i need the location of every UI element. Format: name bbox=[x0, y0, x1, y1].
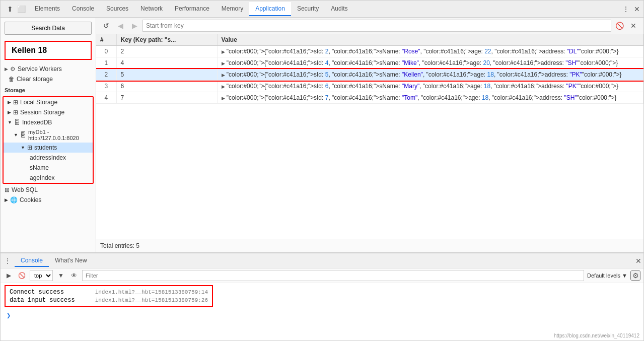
close-console-icon[interactable]: ✕ bbox=[635, 257, 641, 265]
expand-arrow-icon[interactable]: ▶ bbox=[222, 73, 225, 78]
row-num: 2 bbox=[96, 69, 116, 81]
students-label: students bbox=[34, 144, 57, 151]
tab-sources[interactable]: Sources bbox=[100, 2, 134, 16]
row-key: 6 bbox=[116, 81, 217, 92]
table-row[interactable]: 1 4 ▶ "color:#000;">{"color:#c41a16;">sI… bbox=[96, 57, 643, 69]
console-log-line-2: data input success index1.html?__hbt=158… bbox=[10, 296, 208, 304]
chevron-right-icon: ▶ bbox=[5, 66, 8, 72]
indexeddb-label: IndexedDB bbox=[22, 119, 52, 126]
table-row[interactable]: 3 6 ▶ "color:#000;">{"color:#c41a16;">sI… bbox=[96, 81, 643, 92]
back-button[interactable]: ◀ bbox=[114, 20, 126, 32]
expand-arrow-icon[interactable]: ▶ bbox=[222, 96, 225, 101]
table-row[interactable]: 2 5 ▶ "color:#000;">{"color:#c41a16;">sI… bbox=[96, 69, 643, 81]
row-key: 4 bbox=[116, 57, 217, 69]
sidebar-item-service-workers[interactable]: ▶ ⚙ Service Workers bbox=[1, 64, 96, 74]
tab-audits[interactable]: Audits bbox=[325, 2, 353, 16]
row-num: 1 bbox=[96, 57, 116, 69]
console-more-icon[interactable]: ⋮ bbox=[3, 256, 13, 266]
expand-arrow-icon[interactable]: ▶ bbox=[222, 84, 225, 89]
sidebar-item-mydb[interactable]: ▼ 🗄 myDb1 - http://127.0.0.1:8020 bbox=[4, 127, 93, 143]
row-key: 2 bbox=[116, 46, 217, 57]
table-row[interactable]: 0 2 ▶ "color:#000;">{"color:#c41a16;">sI… bbox=[96, 46, 643, 57]
cursor-icon[interactable]: ⬆ bbox=[6, 5, 15, 14]
gear-icon: ⚙ bbox=[10, 65, 16, 73]
tab-application[interactable]: Application bbox=[249, 2, 291, 16]
log-source-1: index1.html?__hbt=1581513380759:14 bbox=[95, 289, 208, 295]
cookies-label: Cookies bbox=[20, 196, 41, 203]
row-value: ▶ "color:#000;">{"color:#c41a16;">sId: 6… bbox=[217, 81, 643, 92]
refresh-button[interactable]: ↺ bbox=[100, 20, 112, 32]
sidebar-item-cookies[interactable]: ▶ 🌐 Cookies bbox=[1, 195, 96, 205]
sidebar-item-clear-storage[interactable]: 🗑 Clear storage bbox=[1, 74, 96, 84]
clear-button[interactable]: ✕ bbox=[627, 20, 639, 32]
mydb-label: myDb1 - http://127.0.0.1:8020 bbox=[28, 129, 91, 141]
expand-arrow-icon[interactable]: ▶ bbox=[222, 49, 225, 54]
console-tab-whats-new[interactable]: What's New bbox=[49, 255, 93, 267]
log-source-2: index1.html?__hbt=1581513380759:26 bbox=[95, 297, 208, 303]
tab-elements[interactable]: Elements bbox=[29, 2, 66, 16]
table-icon: ⊞ bbox=[27, 144, 32, 151]
console-prompt-line: ❯ bbox=[5, 309, 639, 320]
console-filter-input[interactable] bbox=[82, 270, 584, 281]
tab-performance[interactable]: Performance bbox=[169, 2, 216, 16]
row-value: ▶ "color:#000;">{"color:#c41a16;">sId: 5… bbox=[217, 69, 643, 81]
no-icon-button[interactable]: 🚫 bbox=[613, 20, 625, 32]
kellen-result-box: Kellen 18 bbox=[5, 41, 92, 60]
chevron-right-icon: ▶ bbox=[8, 100, 11, 105]
dropdown-arrow-icon[interactable]: ▼ bbox=[56, 270, 66, 281]
sidebar-item-local-storage[interactable]: ▶ ⊞ Local Storage bbox=[4, 97, 93, 107]
row-num: 0 bbox=[96, 46, 116, 57]
sidebar: Search Data Kellen 18 ▶ ⚙ Service Worker… bbox=[1, 18, 96, 252]
console-tab-console[interactable]: Console bbox=[15, 255, 49, 267]
expand-arrow-icon[interactable]: ▶ bbox=[222, 61, 225, 66]
eye-icon[interactable]: 👁 bbox=[69, 270, 79, 281]
console-settings-icon[interactable]: ⚙ bbox=[630, 270, 640, 281]
row-value: ▶ "color:#000;">{"color:#c41a16;">sId: 7… bbox=[217, 92, 643, 104]
right-panel: ↺ ◀ ▶ 🚫 ✕ # Key (Key path: "s... Value bbox=[96, 18, 643, 252]
tab-security[interactable]: Security bbox=[291, 2, 325, 16]
data-panel: # Key (Key path: "s... Value 0 2 ▶ "colo… bbox=[96, 34, 643, 252]
address-index-label: addressIndex bbox=[30, 154, 66, 161]
data-toolbar: ↺ ◀ ▶ 🚫 ✕ bbox=[96, 18, 643, 34]
row-key: 7 bbox=[116, 92, 217, 104]
grid-icon: ⊞ bbox=[13, 109, 18, 116]
web-sql-label: Web SQL bbox=[12, 186, 38, 193]
row-num: 3 bbox=[96, 81, 116, 92]
tab-bar-icons: ⬆ ⬜ bbox=[3, 5, 29, 14]
close-devtools-icon[interactable]: ✕ bbox=[632, 5, 641, 14]
no-icon[interactable]: 🚫 bbox=[17, 270, 27, 281]
table-header-row: # Key (Key path: "s... Value bbox=[96, 34, 643, 46]
start-from-key-input[interactable] bbox=[142, 20, 611, 32]
sidebar-item-session-storage[interactable]: ▶ ⊞ Session Storage bbox=[4, 107, 93, 117]
sidebar-item-address-index[interactable]: addressIndex bbox=[4, 153, 93, 163]
indexeddb-group: ▶ ⊞ Local Storage ▶ ⊞ Session Storage ▼ … bbox=[3, 96, 94, 184]
context-select[interactable]: top bbox=[30, 270, 53, 281]
sidebar-item-indexeddb[interactable]: ▼ 🗄 IndexedDB bbox=[4, 117, 93, 127]
grid-icon: ⊞ bbox=[5, 186, 10, 193]
row-value: ▶ "color:#000;">{"color:#c41a16;">sId: 2… bbox=[217, 46, 643, 57]
console-log-box: Connect success index1.html?__hbt=158151… bbox=[5, 285, 213, 307]
watermark: https://blog.csdn.net/weixin_40119412 bbox=[554, 333, 639, 338]
sidebar-item-sname[interactable]: sName bbox=[4, 163, 93, 173]
chevron-right-icon: ▶ bbox=[5, 197, 8, 202]
chevron-down-icon: ▼ bbox=[21, 145, 25, 150]
search-data-button[interactable]: Search Data bbox=[5, 22, 92, 35]
data-table: # Key (Key path: "s... Value 0 2 ▶ "colo… bbox=[96, 34, 643, 104]
chevron-down-icon: ▼ bbox=[8, 120, 12, 125]
local-storage-label: Local Storage bbox=[20, 99, 57, 106]
sidebar-item-age-index[interactable]: ageIndex bbox=[4, 173, 93, 183]
tab-network[interactable]: Network bbox=[134, 2, 169, 16]
inspect-icon[interactable]: ⬜ bbox=[17, 5, 26, 14]
table-row[interactable]: 4 7 ▶ "color:#000;">{"color:#c41a16;">sI… bbox=[96, 92, 643, 104]
console-content: Connect success index1.html?__hbt=158151… bbox=[1, 283, 643, 340]
data-table-container[interactable]: # Key (Key path: "s... Value 0 2 ▶ "colo… bbox=[96, 34, 643, 239]
execute-icon[interactable]: ▶ bbox=[4, 270, 14, 281]
tab-memory[interactable]: Memory bbox=[216, 2, 249, 16]
tab-console[interactable]: Console bbox=[66, 2, 100, 16]
default-levels-select[interactable]: Default levels ▼ bbox=[587, 272, 627, 279]
sidebar-item-students[interactable]: ▼ ⊞ students bbox=[4, 143, 93, 153]
forward-button[interactable]: ▶ bbox=[128, 20, 140, 32]
console-log-line-1: Connect success index1.html?__hbt=158151… bbox=[10, 288, 208, 296]
sidebar-item-web-sql[interactable]: ⊞ Web SQL bbox=[1, 185, 96, 195]
more-icon[interactable]: ⋮ bbox=[621, 5, 630, 14]
